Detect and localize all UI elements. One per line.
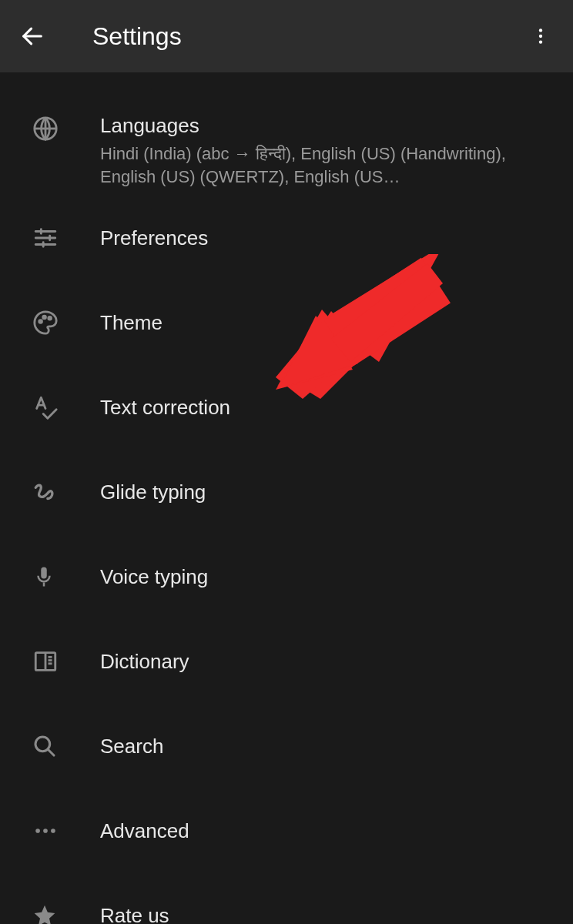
overflow-menu-button[interactable] <box>524 19 558 53</box>
tune-icon <box>32 225 59 251</box>
settings-item-theme[interactable]: Theme <box>0 280 573 365</box>
gesture-icon <box>32 479 59 505</box>
settings-item-rate-us[interactable]: Rate us <box>0 873 573 924</box>
svg-rect-17 <box>43 583 45 587</box>
star-icon <box>32 903 57 924</box>
mic-icon <box>32 565 55 588</box>
spellcheck-icon <box>32 394 59 420</box>
book-icon <box>32 648 59 675</box>
svg-point-26 <box>43 829 48 833</box>
item-label: Rate us <box>100 904 550 925</box>
item-label: Preferences <box>100 226 550 250</box>
item-label: Advanced <box>100 819 550 843</box>
svg-point-2 <box>539 35 542 38</box>
palette-icon <box>32 310 59 336</box>
settings-list: Languages Hindi (India) (abc → हिन्दी), … <box>0 72 573 924</box>
settings-item-voice-typing[interactable]: Voice typing <box>0 534 573 619</box>
search-icon <box>32 734 57 758</box>
svg-point-13 <box>39 320 42 323</box>
settings-item-languages[interactable]: Languages Hindi (India) (abc → हिन्दी), … <box>0 95 573 196</box>
settings-item-dictionary[interactable]: Dictionary <box>0 619 573 704</box>
item-subtitle: Hindi (India) (abc → हिन्दी), English (U… <box>100 142 550 188</box>
svg-point-14 <box>43 316 46 319</box>
svg-point-27 <box>51 829 55 833</box>
item-label: Search <box>100 735 550 758</box>
more-horiz-icon <box>32 818 59 844</box>
item-label: Glide typing <box>100 480 550 504</box>
settings-item-search[interactable]: Search <box>0 704 573 788</box>
svg-point-25 <box>35 829 40 833</box>
app-header: Settings <box>0 0 573 72</box>
page-title: Settings <box>92 22 182 51</box>
item-label: Voice typing <box>100 565 550 589</box>
item-label: Dictionary <box>100 650 550 674</box>
svg-point-15 <box>49 316 52 320</box>
settings-item-advanced[interactable]: Advanced <box>0 788 573 873</box>
svg-point-1 <box>539 28 542 32</box>
settings-item-preferences[interactable]: Preferences <box>0 196 573 280</box>
settings-item-glide-typing[interactable]: Glide typing <box>0 450 573 534</box>
back-button[interactable] <box>15 19 49 53</box>
item-label: Text correction <box>100 396 550 420</box>
arrow-back-icon <box>19 23 45 49</box>
item-label: Theme <box>100 311 550 335</box>
settings-item-text-correction[interactable]: Text correction <box>0 365 573 450</box>
item-label: Languages <box>100 114 550 138</box>
globe-icon <box>32 116 59 142</box>
svg-point-3 <box>539 40 542 43</box>
more-vert-icon <box>531 26 551 46</box>
svg-line-24 <box>48 749 54 755</box>
